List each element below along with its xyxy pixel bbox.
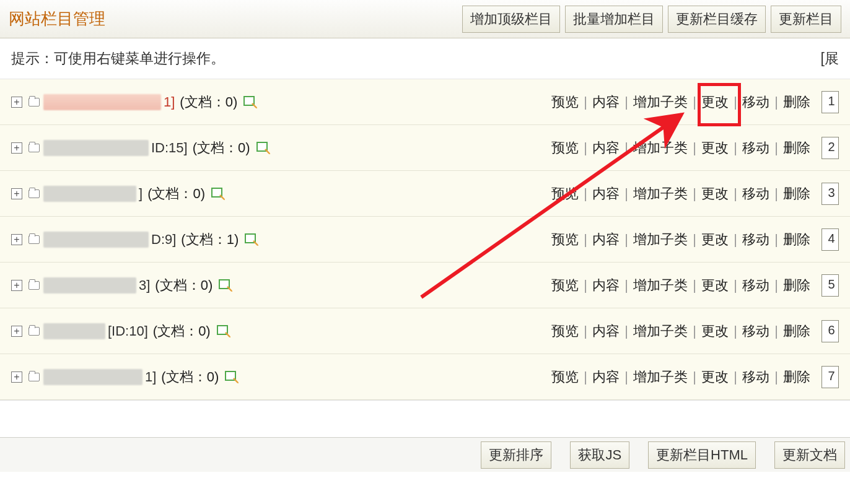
- modify-link[interactable]: 更改: [701, 186, 729, 201]
- category-row: +3](文档：0)预览 | 内容 | 增加子类 | 更改 | 移动 | 删除5: [0, 263, 850, 308]
- sort-order-input[interactable]: 2: [822, 137, 839, 159]
- doc-count: (文档：1): [181, 230, 239, 249]
- add-subcategory-link[interactable]: 增加子类: [633, 323, 688, 339]
- content-link[interactable]: 内容: [592, 140, 620, 155]
- category-name-redacted[interactable]: [43, 323, 105, 339]
- category-id: 3]: [139, 277, 150, 293]
- separator: |: [580, 369, 591, 385]
- preview-link[interactable]: 预览: [551, 232, 579, 247]
- add-subcategory-link[interactable]: 增加子类: [633, 94, 688, 110]
- add-top-category-button[interactable]: 增加顶级栏目: [462, 6, 560, 33]
- separator: |: [730, 186, 741, 201]
- edit-icon[interactable]: [217, 325, 230, 337]
- move-link[interactable]: 移动: [742, 94, 769, 110]
- add-subcategory-link[interactable]: 增加子类: [633, 232, 688, 247]
- move-link[interactable]: 移动: [742, 232, 769, 247]
- batch-add-category-button[interactable]: 批量增加栏目: [565, 6, 663, 33]
- category-id: 1]: [145, 369, 156, 385]
- doc-count: (文档：0): [155, 276, 212, 295]
- content-link[interactable]: 内容: [592, 323, 620, 339]
- separator: |: [730, 369, 741, 385]
- add-subcategory-link[interactable]: 增加子类: [633, 140, 688, 155]
- sort-order-input[interactable]: 5: [822, 274, 839, 297]
- move-link[interactable]: 移动: [742, 140, 769, 155]
- delete-link[interactable]: 删除: [783, 186, 810, 201]
- edit-icon[interactable]: [243, 96, 257, 108]
- move-link[interactable]: 移动: [742, 277, 769, 293]
- category-name-redacted[interactable]: [43, 186, 136, 202]
- content-link[interactable]: 内容: [592, 277, 620, 293]
- sort-order-input[interactable]: 4: [822, 228, 839, 251]
- preview-link[interactable]: 预览: [551, 186, 579, 201]
- expand-all-link[interactable]: [展: [821, 49, 839, 68]
- update-doc-html-button[interactable]: 更新文档: [774, 441, 845, 469]
- expand-icon[interactable]: +: [11, 234, 22, 245]
- category-name-redacted[interactable]: [43, 232, 149, 248]
- move-link[interactable]: 移动: [742, 186, 769, 201]
- expand-icon[interactable]: +: [11, 326, 22, 337]
- modify-link[interactable]: 更改: [701, 94, 729, 110]
- row-actions: 预览 | 内容 | 增加子类 | 更改 | 移动 | 删除: [551, 230, 810, 249]
- category-row: +](文档：0)预览 | 内容 | 增加子类 | 更改 | 移动 | 删除3: [0, 171, 850, 217]
- expand-icon[interactable]: +: [11, 188, 22, 199]
- content-link[interactable]: 内容: [592, 232, 620, 247]
- preview-link[interactable]: 预览: [551, 277, 579, 293]
- row-actions: 预览 | 内容 | 增加子类 | 更改 | 移动 | 删除: [551, 276, 810, 295]
- move-link[interactable]: 移动: [742, 323, 769, 339]
- add-subcategory-link[interactable]: 增加子类: [633, 369, 688, 385]
- separator: |: [580, 232, 591, 247]
- delete-link[interactable]: 删除: [783, 94, 810, 110]
- edit-icon[interactable]: [211, 188, 225, 200]
- category-name-redacted[interactable]: [43, 94, 161, 110]
- delete-link[interactable]: 删除: [783, 140, 810, 155]
- separator: |: [621, 94, 632, 110]
- category-row: +[ID:10](文档：0)预览 | 内容 | 增加子类 | 更改 | 移动 |…: [0, 308, 850, 354]
- update-html-button[interactable]: 更新栏目HTML: [648, 441, 756, 469]
- modify-link[interactable]: 更改: [701, 323, 729, 339]
- modify-link[interactable]: 更改: [701, 232, 729, 247]
- modify-link[interactable]: 更改: [701, 369, 729, 385]
- category-name-redacted[interactable]: [43, 369, 142, 385]
- separator: |: [580, 94, 591, 110]
- delete-link[interactable]: 删除: [783, 277, 810, 293]
- modify-link[interactable]: 更改: [701, 277, 729, 293]
- category-name-redacted[interactable]: [43, 140, 149, 156]
- edit-icon[interactable]: [225, 371, 239, 383]
- edit-icon[interactable]: [256, 142, 270, 154]
- row-actions: 预览 | 内容 | 增加子类 | 更改 | 移动 | 删除: [551, 368, 810, 386]
- expand-icon[interactable]: +: [11, 142, 22, 154]
- preview-link[interactable]: 预览: [551, 369, 579, 385]
- delete-link[interactable]: 删除: [783, 323, 810, 339]
- folder-icon: [28, 98, 40, 106]
- delete-link[interactable]: 删除: [783, 369, 810, 385]
- category-name-redacted[interactable]: [43, 277, 136, 293]
- sort-order-input[interactable]: 6: [822, 320, 839, 342]
- modify-link[interactable]: 更改: [701, 140, 729, 155]
- add-subcategory-link[interactable]: 增加子类: [633, 277, 688, 293]
- preview-link[interactable]: 预览: [551, 94, 579, 110]
- edit-icon[interactable]: [245, 233, 258, 246]
- refresh-column-button[interactable]: 更新栏目: [771, 6, 841, 33]
- expand-icon[interactable]: +: [11, 97, 22, 108]
- preview-link[interactable]: 预览: [551, 140, 579, 155]
- get-js-button[interactable]: 获取JS: [570, 441, 629, 469]
- content-link[interactable]: 内容: [592, 94, 620, 110]
- delete-link[interactable]: 删除: [783, 232, 810, 247]
- edit-icon[interactable]: [219, 279, 232, 292]
- refresh-cache-button[interactable]: 更新栏目缓存: [668, 6, 766, 33]
- sort-order-input[interactable]: 1: [822, 91, 839, 113]
- update-sort-button[interactable]: 更新排序: [481, 441, 551, 469]
- content-link[interactable]: 内容: [592, 369, 620, 385]
- add-subcategory-link[interactable]: 增加子类: [633, 186, 688, 201]
- preview-link[interactable]: 预览: [551, 323, 579, 339]
- expand-icon[interactable]: +: [11, 371, 22, 383]
- gap: [0, 400, 850, 437]
- sort-order-input[interactable]: 3: [822, 183, 839, 205]
- content-link[interactable]: 内容: [592, 186, 620, 201]
- separator: |: [621, 277, 632, 293]
- sort-order-input[interactable]: 7: [822, 366, 839, 388]
- expand-icon[interactable]: +: [11, 280, 22, 291]
- category-id: D:9]: [151, 232, 176, 248]
- separator: |: [689, 232, 700, 247]
- move-link[interactable]: 移动: [742, 369, 769, 385]
